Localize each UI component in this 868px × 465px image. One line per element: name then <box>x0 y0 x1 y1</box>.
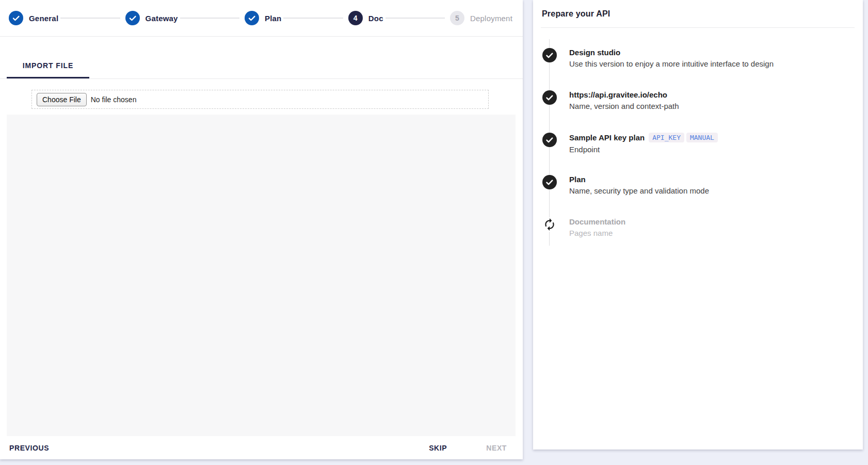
stepper: General Gateway Plan 4 Doc 5 Deployment <box>0 0 523 37</box>
stepper-step-doc[interactable]: 4 Doc <box>348 11 383 25</box>
wizard-footer: PREVIOUS SKIP NEXT <box>0 436 523 459</box>
stepper-step-gateway[interactable]: Gateway <box>125 11 178 25</box>
stepper-connector <box>385 18 445 19</box>
step-label: General <box>29 14 58 23</box>
stepper-step-general[interactable]: General <box>9 11 58 25</box>
checklist-item-design-studio: Design studio Use this version to enjoy … <box>542 44 863 87</box>
checklist-item-subtitle: Name, version and context-path <box>569 102 679 110</box>
check-icon <box>542 90 557 105</box>
file-status-text: No file chosen <box>91 95 137 104</box>
plan-badge-manual: MANUAL <box>686 133 718 142</box>
checklist-item-title: Documentation <box>569 217 625 226</box>
choose-file-button[interactable]: Choose File <box>37 93 87 106</box>
stepper-step-deployment[interactable]: 5 Deployment <box>450 11 512 25</box>
plan-badge-api-key: API_KEY <box>649 133 684 142</box>
stepper-connector <box>60 18 120 19</box>
next-button[interactable]: NEXT <box>485 441 508 455</box>
check-icon <box>542 48 557 62</box>
checklist-item-subtitle: Use this version to enjoy a more intuiti… <box>569 59 774 68</box>
side-panel: Prepare your API Design studio Use this … <box>533 0 863 450</box>
import-file-dropzone[interactable]: Choose File No file chosen <box>31 90 489 109</box>
checklist-item-title: Design studio <box>569 48 774 57</box>
checklist-item-subtitle: Endpoint <box>569 145 718 154</box>
tab-bar: IMPORT FILE <box>0 37 523 79</box>
step-done-check-icon <box>9 11 23 25</box>
stepper-step-plan[interactable]: Plan <box>245 11 281 25</box>
step-number-badge: 5 <box>450 11 464 25</box>
step-done-check-icon <box>245 11 259 25</box>
previous-button[interactable]: PREVIOUS <box>8 441 50 455</box>
check-icon <box>542 175 557 189</box>
step-label: Plan <box>265 14 281 23</box>
import-preview-area <box>7 115 516 436</box>
checklist-item-plan: Plan Name, security type and validation … <box>542 171 863 214</box>
checklist-item-subtitle: Name, security type and validation mode <box>569 186 709 195</box>
checklist-item-context-path: https://api.gravitee.io/echo Name, versi… <box>542 87 863 129</box>
checklist-item-title: Plan <box>569 175 709 184</box>
checklist-item-title: https://api.gravitee.io/echo <box>569 90 679 99</box>
step-label: Gateway <box>146 14 178 23</box>
prepare-api-checklist: Design studio Use this version to enjoy … <box>542 44 863 256</box>
checklist-item-plan-sample: Sample API key plan API_KEY MANUAL Endpo… <box>542 129 863 171</box>
check-icon <box>542 133 557 147</box>
stepper-connector <box>180 18 239 19</box>
side-panel-divider <box>541 27 855 28</box>
step-label: Deployment <box>470 14 512 23</box>
checklist-item-subtitle: Pages name <box>569 229 625 237</box>
checklist-item-title: Sample API key plan API_KEY MANUAL <box>569 133 718 142</box>
stepper-connector <box>283 18 343 19</box>
sync-icon <box>542 217 557 232</box>
wizard-card: General Gateway Plan 4 Doc 5 Deployment <box>0 0 523 459</box>
side-panel-title: Prepare your API <box>533 0 863 19</box>
step-done-check-icon <box>125 11 140 25</box>
step-label: Doc <box>368 14 383 23</box>
checklist-item-documentation: Documentation Pages name <box>542 214 863 256</box>
step-number-badge: 4 <box>348 11 363 25</box>
tab-import-file[interactable]: IMPORT FILE <box>7 54 89 78</box>
plan-title-text: Sample API key plan <box>569 133 645 142</box>
skip-button[interactable]: SKIP <box>428 441 448 455</box>
